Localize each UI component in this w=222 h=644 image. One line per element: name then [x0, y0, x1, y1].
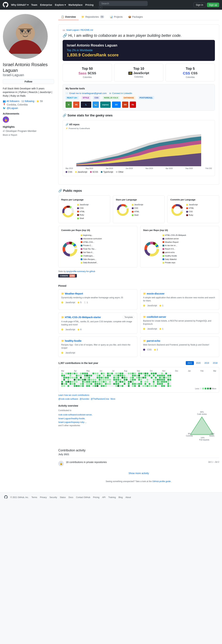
nav-pricing[interactable]: Pricing	[85, 4, 93, 6]
contrib-cell	[61, 375, 63, 376]
footer-about[interactable]: About	[125, 496, 131, 498]
pinned-healthy-foodie: 📁 healthy-foodie Recipes App - Get a lis…	[58, 336, 137, 357]
year-2019-btn[interactable]: 2019	[203, 361, 211, 365]
nav-marketplace[interactable]: Marketplace	[68, 4, 83, 6]
repo-link-0[interactable]: rook-code-software/coolticket-server,	[58, 413, 180, 417]
year-2021-btn[interactable]: 2021	[186, 361, 194, 365]
weather-report-desc: Dynamically rendering a simple weather h…	[61, 296, 134, 299]
contrib-cell	[124, 377, 125, 378]
coolticket-server-link[interactable]: 📁 coolticket-server	[143, 316, 166, 318]
contrib-cell	[103, 383, 105, 385]
network-more[interactable]: More	[110, 398, 115, 400]
contrib-cell	[170, 375, 171, 376]
footer-security[interactable]: Security	[50, 496, 57, 498]
linkedin-link[interactable]: in Connect in LinkedIn	[109, 92, 132, 94]
tab-projects[interactable]: 📊 Projects	[107, 14, 125, 20]
nav-team[interactable]: Team	[31, 4, 37, 6]
nav-explore[interactable]: Explore ▾	[55, 4, 66, 6]
contrib-cell	[128, 385, 130, 387]
footer-pricing[interactable]: Pricing	[93, 496, 99, 498]
tab-packages[interactable]: 📦 Packages	[125, 14, 146, 20]
year-2018-btn[interactable]: 2018	[211, 361, 219, 365]
footer-contact[interactable]: Contact GitHub	[76, 496, 90, 498]
contrib-cell	[147, 377, 148, 378]
contrib-cell	[74, 375, 75, 376]
contrib-cell	[149, 375, 150, 376]
nav-why-github[interactable]: Why GitHub? ▾	[11, 4, 28, 6]
contrib-cell	[161, 383, 163, 385]
following-count[interactable]: 11 following	[21, 100, 34, 102]
contrib-cell	[80, 385, 82, 387]
nav-enterprise[interactable]: Enterprise	[40, 4, 52, 6]
profile-guide-link[interactable]: GitHub profile guide	[152, 480, 171, 482]
contrib-cell	[90, 385, 92, 387]
signin-button[interactable]: Sign in	[194, 2, 206, 7]
contrib-cell	[107, 379, 109, 380]
footer-blog[interactable]: Blog	[118, 496, 123, 498]
repo-icon: 📁	[143, 316, 146, 318]
network-rook[interactable]: @rook-code-software	[58, 398, 78, 400]
activity-grid: Contributed to rook-code-software/coolti…	[58, 409, 219, 444]
readme-path-link[interactable]: Israel-Laguan / README.md	[66, 29, 93, 31]
footer-logo-icon	[4, 495, 8, 499]
github-logo-icon[interactable]	[3, 2, 8, 8]
contrib-cell	[88, 372, 90, 374]
movie-discover-link[interactable]: 📁 movie-discover	[143, 292, 165, 295]
contrib-cell	[136, 385, 138, 387]
digital-ocean-icon: DO	[112, 102, 121, 108]
twitter-link[interactable]: @ILaguan	[7, 107, 18, 110]
footer-privacy[interactable]: Privacy	[40, 496, 47, 498]
contrib-cell	[95, 379, 96, 380]
tab-repositories[interactable]: 📁 Repositories 56	[79, 14, 107, 20]
svg-rect-8	[18, 29, 32, 29]
contrib-cell	[92, 377, 94, 378]
parrot-echo-link[interactable]: 📁 parrot-echo	[143, 340, 160, 342]
block-report[interactable]: Block or Report	[3, 134, 54, 136]
follow-button[interactable]: Follow	[3, 79, 54, 84]
signup-button[interactable]: Sign up	[207, 2, 219, 7]
contrib-cell	[134, 375, 136, 376]
contrib-cell	[163, 385, 165, 387]
lang-name: CSS	[147, 348, 152, 351]
contrib-cell	[74, 372, 75, 374]
repo-link-2[interactable]: Israel-Laguan/hopeasy-ruby-...	[58, 420, 180, 424]
healthy-foodie-link[interactable]: 📁 healthy-foodie	[61, 340, 81, 342]
svg-point-1	[8, 40, 43, 54]
contrib-cell	[76, 383, 77, 385]
stats-by-link[interactable]: tpsy/profile-summary-for-github	[66, 270, 95, 273]
network-randomcrew[interactable]: @TheRandomCrew	[91, 398, 109, 400]
contrib-cell	[105, 372, 107, 374]
footer-training[interactable]: Training	[108, 496, 116, 498]
footer-docs[interactable]: Docs	[68, 496, 73, 498]
contrib-cell	[84, 383, 86, 385]
contrib-cell	[161, 379, 163, 380]
search-input[interactable]	[99, 1, 148, 6]
contrib-cell	[67, 383, 69, 385]
contribution-activity: Contribution activity July 2021 🔒 Jul 1 …	[58, 448, 219, 484]
footer-status[interactable]: Status	[60, 496, 66, 498]
show-more-button[interactable]: Show more activity	[129, 472, 149, 475]
email-link[interactable]: ✉️ Email me to israellaguan@gmail.com	[66, 92, 107, 94]
contrib-cell	[82, 379, 84, 380]
contrib-cell	[132, 379, 134, 380]
year-2020-btn[interactable]: 2020	[194, 361, 203, 365]
footer-api[interactable]: API	[102, 496, 105, 498]
footer-terms[interactable]: Terms	[31, 496, 37, 498]
network-azordev[interactable]: @Azordev	[80, 398, 89, 400]
event-date: Jul 1 – Jul 2	[208, 461, 219, 463]
followers-count[interactable]: 46 followers	[6, 100, 19, 102]
avatar-image	[3, 14, 48, 59]
contrib-cell	[113, 372, 115, 374]
svg-text:Commits: Commits	[186, 435, 193, 437]
html-css-webpack-link[interactable]: 📁 HTML-CSS-JS-Webpack-starter	[61, 316, 101, 318]
tab-overview[interactable]: 📋 Overview	[58, 14, 79, 20]
contrib-cell	[109, 375, 111, 376]
contrib-cell	[109, 383, 111, 385]
contrib-cell	[90, 375, 92, 376]
contrib-cell	[80, 379, 82, 380]
learn-contributions-link[interactable]: Learn how we count contributions	[58, 394, 219, 396]
contrib-cell	[92, 375, 94, 376]
weather-report-link[interactable]: 📁 Weather-Report	[61, 292, 83, 295]
contrib-cell	[153, 381, 155, 383]
repo-link-1[interactable]: Israel-Laguan/healthy-foodie,	[58, 417, 180, 421]
